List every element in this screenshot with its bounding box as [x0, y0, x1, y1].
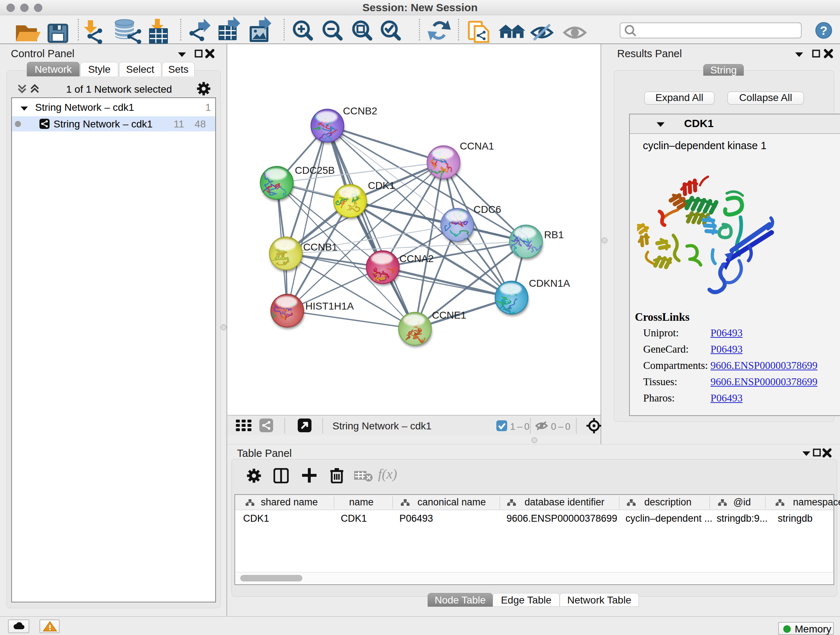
svg-text:CDK1: CDK1	[368, 180, 395, 191]
svg-text:CDC25B: CDC25B	[295, 165, 335, 176]
svg-text:CCNE1: CCNE1	[432, 310, 466, 321]
svg-text:CCNA1: CCNA1	[460, 141, 494, 152]
svg-text:RB1: RB1	[544, 229, 564, 241]
svg-text:?: ?	[820, 24, 828, 37]
svg-text:CCNA2: CCNA2	[399, 253, 434, 264]
svg-text:CDC6: CDC6	[474, 204, 501, 215]
svg-text:CCNB1: CCNB1	[303, 241, 338, 253]
svg-text:CCNB2: CCNB2	[343, 105, 377, 117]
svg-text:CDKN1A: CDKN1A	[529, 278, 570, 289]
svg-text:HIST1H1A: HIST1H1A	[305, 301, 354, 312]
